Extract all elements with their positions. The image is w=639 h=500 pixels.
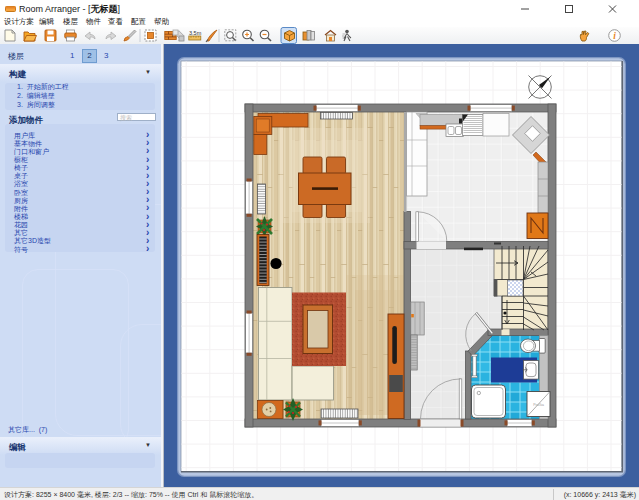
svg-text:3.5m: 3.5m	[189, 30, 202, 36]
svg-text:i: i	[613, 31, 616, 41]
svg-text:Pračka: Pračka	[533, 403, 544, 407]
